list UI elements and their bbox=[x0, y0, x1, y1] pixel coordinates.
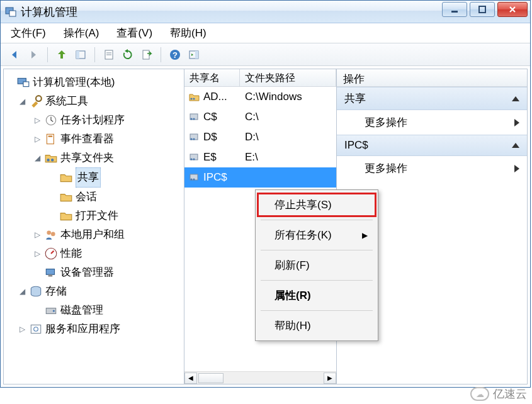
export-button[interactable] bbox=[138, 46, 156, 64]
tree-root[interactable]: 计算机管理(本地) bbox=[5, 73, 183, 92]
scroll-right-button[interactable]: ▶ bbox=[324, 373, 336, 384]
tree-eventviewer[interactable]: ▷事件查看器 bbox=[5, 130, 183, 149]
cm-label: 停止共享(S) bbox=[274, 198, 332, 212]
submenu-icon: ▶ bbox=[362, 231, 368, 240]
menu-action[interactable]: 操作(A) bbox=[64, 26, 99, 40]
up-button[interactable] bbox=[53, 46, 71, 64]
section-label: IPC$ bbox=[344, 139, 368, 152]
action-label: 更多操作 bbox=[365, 161, 407, 176]
section-label: 共享 bbox=[344, 91, 366, 106]
tree-pane[interactable]: 计算机管理(本地) ◢系统工具 ▷任务计划程序 ▷事件查看器 ◢共享文件夹 共享… bbox=[3, 69, 184, 384]
svg-rect-1 bbox=[9, 11, 16, 16]
scroll-left-button[interactable]: ◀ bbox=[184, 373, 197, 384]
svg-point-29 bbox=[53, 310, 55, 311]
app-icon bbox=[4, 6, 17, 18]
tree-label: 计算机管理(本地) bbox=[33, 73, 115, 92]
tree-services[interactable]: ▷服务和应用程序 bbox=[5, 320, 183, 339]
tree-localusers[interactable]: ▷本地用户和组 bbox=[5, 225, 183, 244]
tree-diskmgmt[interactable]: 磁盘管理 bbox=[5, 301, 183, 320]
help-button[interactable]: ? bbox=[166, 46, 184, 64]
menu-view[interactable]: 查看(V) bbox=[116, 26, 152, 40]
cell-name: IPC$ bbox=[203, 171, 227, 184]
actions-section-shares[interactable]: 共享 bbox=[337, 87, 527, 110]
tree-label: 存储 bbox=[45, 282, 67, 301]
tree-storage[interactable]: ◢存储 bbox=[5, 282, 183, 301]
refresh-button[interactable] bbox=[119, 46, 137, 64]
folder-icon bbox=[59, 210, 73, 222]
svg-point-16 bbox=[36, 96, 42, 101]
svg-point-36 bbox=[193, 118, 195, 120]
minimize-button[interactable] bbox=[442, 2, 467, 17]
titlebar: 计算机管理 bbox=[1, 1, 530, 23]
horizontal-scrollbar[interactable]: ◀ ▶ bbox=[184, 371, 336, 384]
list-row[interactable]: E$ E:\ bbox=[184, 147, 336, 167]
toolbar-separator bbox=[47, 47, 48, 62]
svg-rect-2 bbox=[451, 11, 458, 13]
svg-rect-3 bbox=[479, 6, 485, 13]
svg-point-45 bbox=[193, 178, 195, 180]
cm-stop-sharing[interactable]: 停止共享(S) bbox=[257, 193, 376, 217]
cm-label: 属性(R) bbox=[274, 288, 311, 303]
svg-rect-19 bbox=[48, 136, 53, 137]
svg-text:?: ? bbox=[173, 50, 178, 60]
cm-label: 帮助(H) bbox=[274, 318, 311, 333]
actions-more-1[interactable]: 更多操作 bbox=[337, 110, 527, 135]
maximize-button[interactable] bbox=[470, 2, 495, 17]
menu-help[interactable]: 帮助(H) bbox=[170, 26, 207, 40]
actions-section-ipc[interactable]: IPC$ bbox=[337, 135, 527, 156]
column-path[interactable]: 文件夹路径 bbox=[240, 69, 336, 86]
menu-file[interactable]: 文件(F) bbox=[11, 26, 46, 40]
disk-icon bbox=[44, 304, 58, 317]
cm-help[interactable]: 帮助(H) bbox=[257, 313, 376, 338]
forward-button[interactable] bbox=[25, 46, 42, 64]
list-row[interactable]: D$ D:\ bbox=[184, 127, 336, 147]
collapse-icon bbox=[512, 96, 519, 101]
column-name[interactable]: 共享名 bbox=[184, 69, 240, 86]
menubar: 文件(F) 操作(A) 查看(V) 帮助(H) bbox=[1, 23, 530, 43]
cell-path: C:\Windows bbox=[240, 91, 336, 103]
tree-shares[interactable]: 共享 bbox=[5, 167, 183, 188]
tree-performance[interactable]: ▷性能 bbox=[5, 244, 183, 263]
tree-label: 打开文件 bbox=[76, 206, 118, 225]
cm-refresh[interactable]: 刷新(F) bbox=[257, 253, 376, 278]
tree-shared-folders[interactable]: ◢共享文件夹 bbox=[5, 149, 183, 167]
svg-point-42 bbox=[193, 158, 195, 160]
tree-label: 共享文件夹 bbox=[60, 149, 114, 167]
svg-rect-5 bbox=[76, 51, 79, 59]
tree-label: 系统工具 bbox=[45, 92, 88, 111]
tree-systools[interactable]: ◢系统工具 bbox=[5, 92, 183, 111]
tree: 计算机管理(本地) ◢系统工具 ▷任务计划程序 ▷事件查看器 ◢共享文件夹 共享… bbox=[4, 69, 184, 342]
actions-more-2[interactable]: 更多操作 bbox=[337, 156, 527, 181]
cell-path: C:\ bbox=[240, 111, 336, 123]
share-icon bbox=[188, 172, 201, 183]
properties-button[interactable] bbox=[100, 46, 118, 64]
tree-label: 服务和应用程序 bbox=[45, 320, 120, 339]
list-row-selected[interactable]: IPC$ bbox=[184, 167, 336, 188]
tree-devicemgr[interactable]: 设备管理器 bbox=[5, 263, 183, 282]
list-row[interactable]: C$ C:\ bbox=[184, 107, 336, 127]
tree-label: 共享 bbox=[76, 167, 101, 188]
svg-point-20 bbox=[47, 159, 49, 161]
svg-point-39 bbox=[193, 138, 195, 140]
close-button[interactable] bbox=[497, 2, 528, 17]
cell-name: E$ bbox=[203, 151, 217, 164]
list-row[interactable]: AD... C:\Windows bbox=[184, 87, 336, 107]
svg-rect-30 bbox=[31, 325, 40, 333]
clock-icon bbox=[44, 114, 58, 126]
show-hide-action-button[interactable] bbox=[185, 46, 203, 64]
tree-sessions[interactable]: 会话 bbox=[5, 188, 183, 206]
scroll-thumb[interactable] bbox=[198, 373, 224, 383]
toolbar: ? bbox=[1, 43, 530, 66]
submenu-icon bbox=[514, 119, 519, 126]
collapse-icon bbox=[512, 143, 519, 148]
tree-label: 磁盘管理 bbox=[60, 301, 103, 320]
cm-properties[interactable]: 属性(R) bbox=[257, 283, 376, 308]
back-button[interactable] bbox=[6, 46, 23, 64]
cm-separator bbox=[261, 310, 373, 311]
cm-all-tasks[interactable]: 所有任务(K)▶ bbox=[257, 223, 376, 247]
tree-label: 任务计划程序 bbox=[60, 111, 125, 130]
tree-scheduler[interactable]: ▷任务计划程序 bbox=[5, 111, 183, 130]
show-hide-tree-button[interactable] bbox=[72, 46, 89, 64]
context-menu: 停止共享(S) 所有任务(K)▶ 刷新(F) 属性(R) 帮助(H) bbox=[255, 189, 378, 341]
tree-openfiles[interactable]: 打开文件 bbox=[5, 206, 183, 225]
